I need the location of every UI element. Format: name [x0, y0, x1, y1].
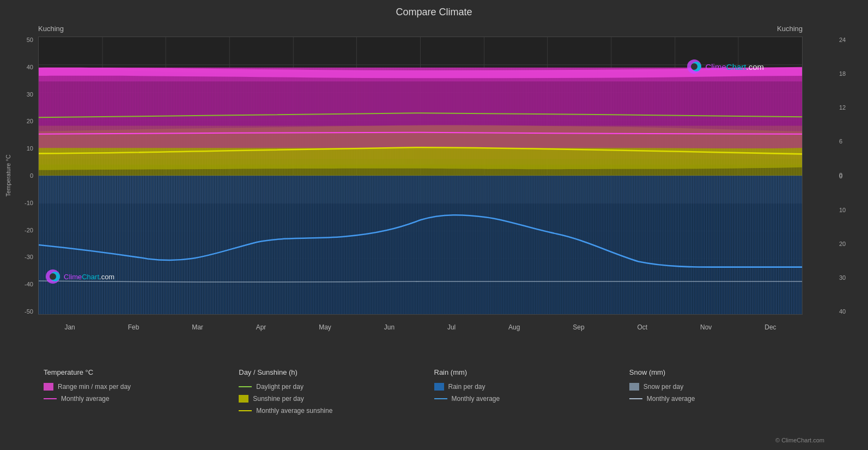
snow-swatch — [629, 383, 639, 391]
rain-swatch — [434, 383, 444, 391]
legend-title-rain: Rain (mm) — [434, 368, 629, 376]
logo-top-right: ClimeChart.com — [687, 59, 764, 74]
legend-item-snow-avg: Monthly average — [629, 395, 824, 403]
daylight-line — [239, 386, 252, 387]
chart-area: ClimeChart.com ClimeChart.com — [38, 37, 803, 315]
logo-icon-top — [687, 59, 702, 74]
chart-container: Kuching Kuching Temperature °C 50 40 30 … — [38, 20, 835, 337]
legend-item-sunshine-swatch: Sunshine per day — [239, 395, 434, 403]
legend-item-daylight: Daylight per day — [239, 383, 434, 391]
logo-icon-bottom — [45, 269, 60, 284]
logo-bottom-left: ClimeChart.com — [45, 269, 114, 284]
rain-avg-line — [434, 398, 447, 399]
location-label-right: Kuching — [777, 25, 803, 33]
location-label-left: Kuching — [38, 25, 64, 33]
temp-avg-line — [44, 398, 57, 399]
legend-item-rain-avg: Monthly average — [434, 395, 629, 403]
legend-item-sunshine-avg: Monthly average sunshine — [239, 407, 434, 415]
copyright: © ClimeChart.com — [775, 437, 824, 443]
left-axis: 50 40 30 20 10 0 -10 -20 -30 -40 -50 — [3, 37, 35, 315]
legend-col-snow: Snow (mm) Snow per day Monthly average — [629, 368, 824, 445]
sunshine-swatch — [239, 395, 248, 403]
snow-avg-line — [629, 398, 642, 399]
legend-col-sunshine: Day / Sunshine (h) Daylight per day Suns… — [239, 368, 434, 445]
sunshine-avg-line — [239, 410, 252, 411]
svg-point-43 — [691, 63, 697, 70]
legend-item-rain-swatch: Rain per day — [434, 383, 629, 391]
svg-point-40 — [50, 273, 56, 280]
legend-item-temp-avg: Monthly average — [44, 395, 239, 403]
month-labels: Jan Feb Mar Apr May Jun Jul Aug Sep Oct … — [38, 323, 803, 331]
legend-item-temp-range: Range min / max per day — [44, 383, 239, 391]
legend-title-snow: Snow (mm) — [629, 368, 824, 376]
right-axis-sunshine: 24 18 12 6 0 — [837, 37, 867, 178]
legend-col-rain: Rain (mm) Rain per day Monthly average — [434, 368, 629, 445]
legend-item-snow-swatch: Snow per day — [629, 383, 824, 391]
legend-area: Temperature °C Range min / max per day M… — [0, 363, 868, 450]
legend-col-temperature: Temperature °C Range min / max per day M… — [44, 368, 239, 445]
page-title: Compare Climate — [0, 0, 868, 20]
legend-title-temperature: Temperature °C — [44, 368, 239, 376]
legend-title-sunshine: Day / Sunshine (h) — [239, 368, 434, 376]
temp-range-swatch — [44, 383, 53, 391]
chart-svg — [39, 37, 802, 314]
right-axis-rain: 0 10 20 30 40 — [837, 173, 867, 315]
